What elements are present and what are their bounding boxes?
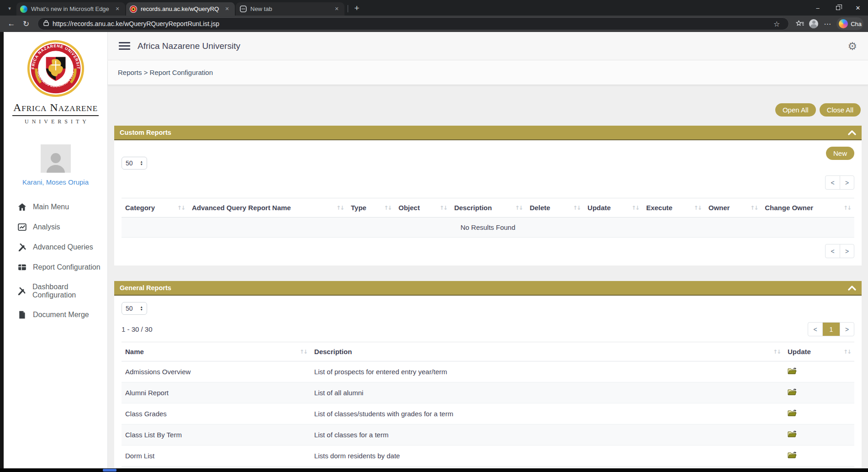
sort-icon[interactable]: ↑↓ bbox=[694, 205, 701, 211]
prev-page-button[interactable]: < bbox=[826, 244, 840, 258]
tab-new-tab[interactable]: New tab ✕ bbox=[236, 2, 344, 16]
column-header[interactable]: Execute ↑↓ bbox=[642, 198, 704, 217]
sidebar-item-analysis[interactable]: Analysis bbox=[4, 217, 107, 237]
column-header[interactable]: Type ↑↓ bbox=[347, 198, 395, 217]
refresh-button[interactable]: ↻ bbox=[19, 17, 33, 31]
next-page-button[interactable]: > bbox=[840, 323, 854, 336]
panel-title: Custom Reports bbox=[120, 129, 171, 136]
report-name[interactable]: Admissions Overview bbox=[122, 361, 311, 382]
sort-icon[interactable]: ↑↓ bbox=[573, 205, 580, 211]
sort-icon[interactable]: ↑↓ bbox=[515, 205, 522, 211]
favorites-bar-icon[interactable] bbox=[794, 17, 806, 30]
column-header[interactable]: Advanced Query Report Name ↑↓ bbox=[188, 198, 347, 217]
close-tab-icon[interactable]: ✕ bbox=[333, 5, 341, 13]
report-name[interactable]: Dorm List bbox=[122, 445, 311, 467]
url-text[interactable]: https://records.anu.ac.ke/wQueryRQueryRe… bbox=[53, 20, 767, 27]
brand-name: Africa Nazarene bbox=[12, 101, 99, 116]
sidebar-item-dashboard-configuration[interactable]: Dashboard Configuration bbox=[4, 277, 107, 305]
table-row[interactable]: Class Grades List of classes/students wi… bbox=[122, 403, 854, 424]
open-all-button[interactable]: Open All bbox=[775, 103, 816, 117]
column-header[interactable]: Delete ↑↓ bbox=[526, 198, 584, 217]
lock-icon[interactable] bbox=[43, 20, 49, 28]
back-button[interactable]: ← bbox=[5, 17, 18, 31]
column-header[interactable]: Description ↑↓ bbox=[450, 198, 526, 217]
close-tab-icon[interactable]: ✕ bbox=[223, 5, 231, 13]
folder-open-icon[interactable] bbox=[788, 367, 797, 375]
main-content: Africa Nazarene University ⚙ Reports > R… bbox=[108, 32, 868, 468]
sort-icon[interactable]: ↑↓ bbox=[336, 205, 344, 211]
address-bar[interactable]: https://records.anu.ac.ke/wQueryRQueryRe… bbox=[37, 17, 789, 30]
new-tab-button[interactable]: + bbox=[350, 2, 363, 15]
tools-icon bbox=[17, 286, 26, 296]
column-label: Description bbox=[454, 204, 492, 212]
sidebar-item-main-menu[interactable]: Main Menu bbox=[4, 197, 107, 217]
tab-search-icon[interactable]: ▾ bbox=[3, 2, 16, 15]
report-name[interactable]: Class List By Term bbox=[122, 424, 311, 445]
profile-icon[interactable] bbox=[807, 17, 820, 30]
sidebar-item-document-merge[interactable]: Document Merge bbox=[4, 305, 107, 325]
page-size-select[interactable]: 50 ▲▼ bbox=[122, 157, 147, 170]
sort-icon[interactable]: ↑↓ bbox=[750, 205, 757, 211]
page-1-button[interactable]: 1 bbox=[822, 323, 840, 336]
sort-icon[interactable]: ↑↓ bbox=[300, 349, 307, 355]
close-tab-icon[interactable]: ✕ bbox=[113, 5, 122, 13]
sort-icon[interactable]: ↑↓ bbox=[843, 205, 851, 211]
table-row[interactable]: Class List By Term List of classes for a… bbox=[122, 424, 854, 445]
column-label: Change Owner bbox=[765, 204, 813, 212]
sort-icon[interactable]: ↑↓ bbox=[843, 349, 851, 355]
sidebar-item-label: Document Merge bbox=[33, 311, 89, 319]
table-row[interactable]: Alumni Report List of all alumni bbox=[122, 382, 854, 403]
sort-icon[interactable]: ↑↓ bbox=[384, 205, 391, 211]
menu-dots-icon[interactable]: ⋯ bbox=[821, 17, 834, 30]
collapse-chevron-up-icon[interactable] bbox=[848, 286, 856, 291]
folder-open-icon[interactable] bbox=[788, 388, 797, 396]
prev-page-button[interactable]: < bbox=[808, 323, 822, 336]
collapse-chevron-up-icon[interactable] bbox=[848, 130, 856, 135]
user-profile-link[interactable]: Karani, Moses Orupia bbox=[22, 178, 89, 186]
breadcrumb[interactable]: Reports > Report Configuration bbox=[108, 60, 868, 85]
column-header[interactable]: Update ↑↓ bbox=[584, 198, 642, 217]
maximize-button[interactable] bbox=[828, 0, 848, 16]
folder-open-icon[interactable] bbox=[788, 451, 797, 459]
user-avatar[interactable] bbox=[41, 144, 71, 173]
sidebar-menu: Main Menu Analysis Advanced Queries bbox=[4, 197, 107, 325]
bookmark-star-icon[interactable]: ☆ bbox=[770, 17, 783, 30]
next-page-button[interactable]: > bbox=[840, 176, 854, 189]
general-reports-header[interactable]: General Reports bbox=[114, 281, 862, 296]
next-page-button[interactable]: > bbox=[840, 244, 854, 258]
column-header[interactable]: Change Owner ↑↓ bbox=[761, 198, 854, 217]
column-header[interactable]: Name ↑↓ bbox=[122, 342, 311, 361]
copilot-icon bbox=[839, 19, 848, 28]
folder-open-icon[interactable] bbox=[788, 409, 797, 417]
sort-icon[interactable]: ↑↓ bbox=[773, 349, 780, 355]
column-header[interactable]: Object ↑↓ bbox=[395, 198, 450, 217]
hamburger-menu-button[interactable] bbox=[119, 42, 130, 50]
column-header[interactable]: Owner ↑↓ bbox=[705, 198, 762, 217]
tab-bar: ▾ What's new in Microsoft Edge ✕ records… bbox=[0, 0, 868, 16]
sidebar-item-advanced-queries[interactable]: Advanced Queries bbox=[4, 237, 107, 257]
column-header[interactable]: Category ↑↓ bbox=[122, 198, 188, 217]
column-label: Execute bbox=[646, 204, 672, 212]
table-row[interactable]: Admissions Overview List of prospects fo… bbox=[122, 361, 854, 382]
column-header[interactable]: Description ↑↓ bbox=[311, 342, 784, 361]
column-header[interactable]: Update ↑↓ bbox=[784, 342, 854, 361]
tab-records-active[interactable]: records.anu.ac.ke/wQueryRQueryR ✕ bbox=[126, 2, 235, 16]
new-report-button[interactable]: New bbox=[826, 147, 854, 160]
sort-icon[interactable]: ↑↓ bbox=[439, 205, 447, 211]
minimize-button[interactable]: – bbox=[808, 0, 828, 16]
sort-icon[interactable]: ↑↓ bbox=[177, 205, 185, 211]
report-name[interactable]: Alumni Report bbox=[122, 382, 311, 403]
sort-icon[interactable]: ↑↓ bbox=[631, 205, 639, 211]
custom-reports-header[interactable]: Custom Reports bbox=[114, 126, 862, 140]
sidebar-item-report-configuration[interactable]: Report Configuration bbox=[4, 257, 107, 277]
close-all-button[interactable]: Close All bbox=[820, 103, 861, 117]
settings-gear-icon[interactable]: ⚙ bbox=[847, 40, 857, 52]
table-row[interactable]: Dorm List Lists dorm residents by date bbox=[122, 445, 854, 467]
copilot-button[interactable]: Cha bbox=[836, 17, 863, 30]
close-window-button[interactable]: ✕ bbox=[848, 0, 868, 16]
page-size-select[interactable]: 50 ▲▼ bbox=[122, 302, 147, 315]
report-name[interactable]: Class Grades bbox=[122, 403, 311, 424]
tab-whats-new[interactable]: What's new in Microsoft Edge ✕ bbox=[16, 2, 125, 16]
folder-open-icon[interactable] bbox=[788, 430, 797, 438]
prev-page-button[interactable]: < bbox=[826, 176, 840, 189]
